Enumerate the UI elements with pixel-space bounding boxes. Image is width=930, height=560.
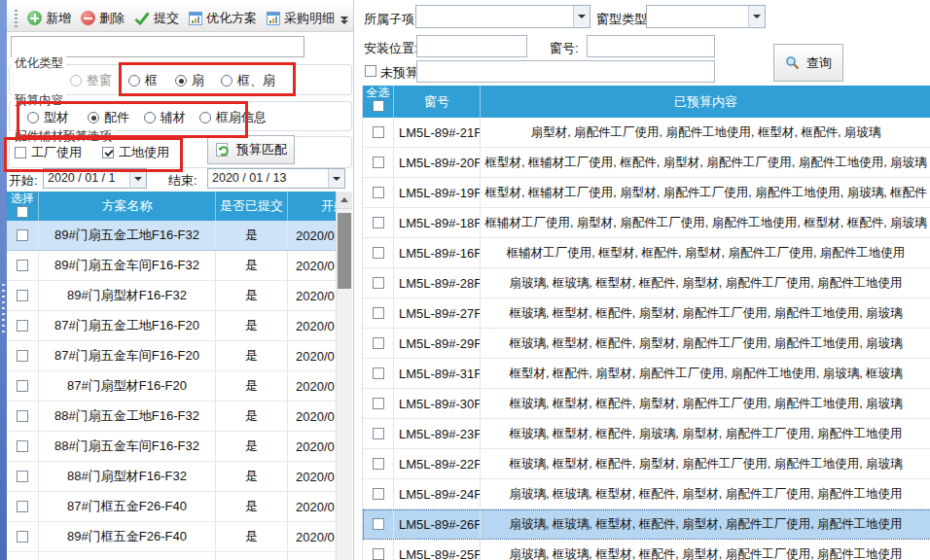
checkbox-factory-use[interactable]: 工厂使用 bbox=[15, 144, 82, 161]
sub-item-select[interactable] bbox=[415, 5, 590, 28]
row-checkbox[interactable] bbox=[373, 458, 384, 470]
row-checkbox[interactable] bbox=[373, 277, 384, 289]
radio-icon[interactable] bbox=[128, 75, 140, 87]
row-checkbox[interactable] bbox=[17, 380, 28, 392]
row-select-cell bbox=[363, 449, 394, 478]
budget-match-button[interactable]: 预算匹配 bbox=[207, 135, 295, 164]
table-row[interactable]: LM5L-89#-29F27框玻璃, 框型材, 框配件, 扇型材, 扇配件工厂使… bbox=[363, 329, 930, 359]
row-checkbox[interactable] bbox=[373, 548, 384, 560]
dropdown-button[interactable] bbox=[748, 6, 765, 27]
table-row[interactable]: LM5L-89#-16F15框辅材工厂使用, 框型材, 框配件, 扇型材, 扇配… bbox=[363, 238, 930, 268]
radio-icon[interactable] bbox=[144, 112, 156, 123]
table-row[interactable]: 88#门框五金F21-F40是2020/0 bbox=[7, 552, 336, 560]
optimize-plan-button[interactable]: 优化方案 bbox=[184, 8, 262, 29]
table-row[interactable]: LM5L-89#-30F28框玻璃, 框型材, 框配件, 扇型材, 扇配件工厂使… bbox=[363, 389, 930, 419]
radio-icon[interactable] bbox=[199, 112, 211, 123]
row-checkbox[interactable] bbox=[17, 501, 28, 512]
table-row[interactable]: LM5L-89#-28F26扇玻璃, 框玻璃, 框型材, 框配件, 扇型材, 扇… bbox=[363, 268, 930, 298]
radio-icon[interactable] bbox=[221, 75, 232, 87]
table-row[interactable]: LM5L-89#-20F18框型材, 框辅材工厂使用, 框配件, 扇型材, 扇配… bbox=[363, 148, 930, 178]
table-row[interactable]: 87#门扇五金工地F16-F20是2020/0 bbox=[7, 311, 336, 341]
row-checkbox[interactable] bbox=[373, 488, 384, 500]
table-row[interactable]: LM5L-89#-22F20框玻璃, 框型材, 框配件, 扇型材, 扇配件工厂使… bbox=[363, 449, 930, 479]
window-no-cell: LM5L-89#-26F24 bbox=[394, 509, 481, 539]
table-row[interactable]: LM5L-89#-21F19扇型材, 扇配件工厂使用, 扇配件工地使用, 框型材… bbox=[363, 118, 930, 148]
window-type-select[interactable] bbox=[646, 5, 766, 28]
table-row[interactable]: LM5L-89#-31F29框型材, 框配件, 扇型材, 扇配件工厂使用, 扇配… bbox=[363, 359, 930, 389]
submit-button[interactable]: 提交 bbox=[129, 8, 184, 29]
table-row[interactable]: 88#门扇五金车间F16-F32是2020/0 bbox=[7, 432, 336, 462]
radio-icon[interactable] bbox=[175, 75, 187, 87]
install-position-input[interactable] bbox=[416, 35, 527, 57]
dropdown-button[interactable] bbox=[328, 169, 344, 188]
toolbar-overflow-button[interactable] bbox=[338, 16, 350, 30]
row-checkbox[interactable] bbox=[373, 518, 384, 530]
table-row[interactable]: 89#门扇五金工地F16-F32是2020/0 bbox=[7, 221, 336, 251]
left-splitter[interactable] bbox=[0, 0, 7, 560]
row-checkbox[interactable] bbox=[17, 260, 28, 271]
table-row[interactable]: 87#门扇型材F16-F20是2020/0 bbox=[7, 371, 336, 402]
table-row[interactable]: 88#门扇五金工地F16-F32是2020/0 bbox=[7, 402, 336, 432]
radio-sash[interactable]: 扇 bbox=[175, 72, 204, 89]
table-row[interactable]: 88#门扇型材F16-F32是2020/0 bbox=[7, 462, 336, 492]
scroll-up-button[interactable] bbox=[337, 192, 352, 209]
select-all-checkbox[interactable] bbox=[373, 100, 384, 112]
table-row[interactable]: 87#门扇五金车间F16-F20是2020/0 bbox=[7, 341, 336, 371]
radio-icon[interactable] bbox=[27, 112, 39, 123]
plan-filter-input[interactable] bbox=[11, 36, 304, 57]
no-budget-input[interactable] bbox=[416, 60, 715, 83]
row-checkbox[interactable] bbox=[373, 217, 384, 228]
row-checkbox[interactable] bbox=[17, 410, 28, 422]
row-checkbox[interactable] bbox=[373, 307, 384, 319]
radio-frame-sash[interactable]: 框、扇 bbox=[221, 72, 275, 89]
dropdown-button[interactable] bbox=[129, 169, 146, 188]
row-checkbox[interactable] bbox=[17, 229, 28, 241]
row-checkbox[interactable] bbox=[373, 428, 384, 439]
table-row[interactable]: 89#门扇型材F16-F32是2020/0 bbox=[7, 281, 336, 311]
row-checkbox[interactable] bbox=[373, 187, 384, 198]
radio-icon[interactable] bbox=[88, 112, 99, 123]
table-row[interactable]: LM5L-89#-27F25框玻璃, 框型材, 框配件, 扇型材, 扇配件工厂使… bbox=[363, 298, 930, 329]
table-row[interactable]: LM5L-89#-23F21框玻璃, 框型材, 框配件, 扇玻璃, 扇型材, 扇… bbox=[363, 419, 930, 449]
table-row[interactable]: 89#门框五金F26-F40是2020/0 bbox=[7, 522, 336, 552]
row-checkbox[interactable] bbox=[17, 471, 28, 482]
query-button[interactable]: 查询 bbox=[773, 44, 843, 82]
scrollbar-thumb[interactable] bbox=[338, 213, 351, 289]
table-row[interactable]: LM5L-89#-25F23扇玻璃, 框玻璃, 框型材, 框配件, 扇型材, 扇… bbox=[363, 540, 930, 560]
window-no-input[interactable] bbox=[587, 35, 715, 57]
table-row[interactable]: 89#门扇五金车间F16-F32是2020/0 bbox=[7, 251, 336, 281]
table-row[interactable]: 87#门框五金F26-F40是2020/0 bbox=[7, 492, 336, 522]
row-checkbox[interactable] bbox=[17, 290, 28, 301]
end-date-picker[interactable]: 2020 / 01 / 13 bbox=[207, 168, 345, 189]
row-checkbox[interactable] bbox=[17, 350, 28, 362]
radio-profile[interactable]: 型材 bbox=[27, 109, 69, 126]
row-checkbox[interactable] bbox=[373, 368, 384, 379]
delete-button[interactable]: 删除 bbox=[76, 8, 129, 29]
start-date-picker[interactable]: 2020 / 01 / 1 bbox=[43, 168, 147, 189]
row-checkbox[interactable] bbox=[17, 440, 28, 452]
add-button[interactable]: 新增 bbox=[22, 8, 76, 29]
checkbox-icon[interactable] bbox=[102, 147, 114, 158]
radio-frame[interactable]: 框 bbox=[128, 72, 158, 89]
row-checkbox[interactable] bbox=[17, 531, 28, 542]
row-checkbox[interactable] bbox=[373, 398, 384, 409]
radio-auxiliary[interactable]: 辅材 bbox=[144, 109, 186, 126]
row-checkbox[interactable] bbox=[373, 247, 384, 259]
checkbox-icon[interactable] bbox=[15, 147, 26, 158]
vertical-scrollbar[interactable] bbox=[336, 192, 352, 560]
dropdown-button[interactable] bbox=[573, 6, 590, 27]
select-all-checkbox[interactable] bbox=[17, 206, 28, 218]
row-checkbox[interactable] bbox=[373, 126, 384, 138]
table-row[interactable]: LM5L-89#-24F22扇玻璃, 框玻璃, 框型材, 框配件, 扇型材, 扇… bbox=[363, 479, 930, 509]
table-row[interactable]: LM5L-89#-19F17框型材, 框辅材工厂使用, 扇型材, 扇配件工厂使用… bbox=[363, 178, 930, 208]
select-header-label: 选择 bbox=[11, 192, 34, 205]
row-checkbox[interactable] bbox=[17, 320, 28, 332]
radio-accessory[interactable]: 配件 bbox=[88, 109, 129, 126]
radio-frame-sash-info[interactable]: 框扇信息 bbox=[199, 109, 267, 126]
checkbox-site-use[interactable]: 工地使用 bbox=[102, 144, 169, 161]
row-checkbox[interactable] bbox=[373, 157, 384, 168]
no-budget-checkbox[interactable] bbox=[365, 65, 376, 77]
table-row[interactable]: LM5L-89#-18F16框辅材工厂使用, 扇型材, 扇配件工厂使用, 扇配件… bbox=[363, 208, 930, 238]
table-row[interactable]: LM5L-89#-26F24扇玻璃, 框玻璃, 框型材, 框配件, 扇型材, 扇… bbox=[363, 509, 930, 540]
row-checkbox[interactable] bbox=[373, 337, 384, 349]
